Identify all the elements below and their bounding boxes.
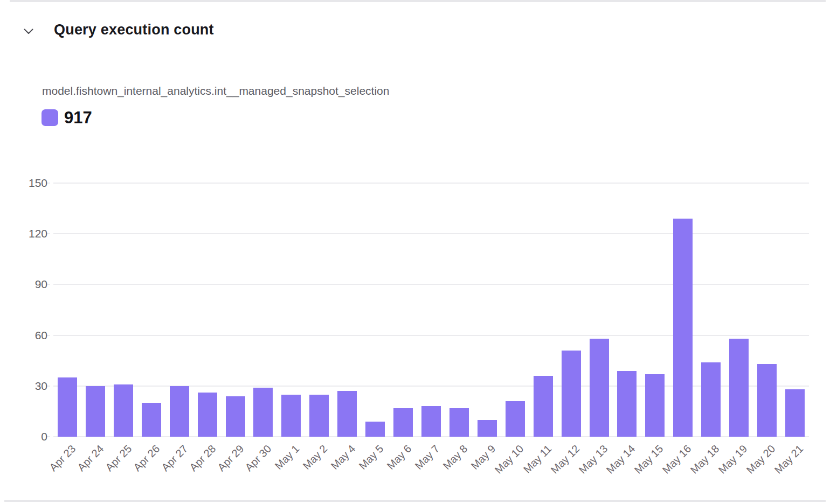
bar[interactable]	[729, 339, 749, 437]
bar[interactable]	[226, 396, 245, 437]
gridline	[53, 335, 809, 336]
y-axis-label: 0	[15, 430, 47, 444]
bar[interactable]	[114, 384, 133, 437]
y-axis-label: 60	[15, 328, 47, 342]
query-execution-count-panel: Query execution count model.fishtown_int…	[0, 0, 830, 504]
bar[interactable]	[534, 376, 553, 437]
bar[interactable]	[617, 371, 637, 437]
gridline	[53, 183, 809, 184]
y-axis-label: 90	[15, 277, 47, 291]
bar[interactable]	[785, 389, 805, 437]
gridline	[53, 284, 809, 285]
bar[interactable]	[253, 388, 273, 437]
bar[interactable]	[198, 393, 217, 437]
bar[interactable]	[58, 377, 77, 437]
bar[interactable]	[673, 219, 693, 437]
bar-chart: 0306090120150Apr 23Apr 24Apr 25Apr 26Apr…	[0, 0, 830, 504]
bar[interactable]	[170, 386, 189, 437]
bar[interactable]	[309, 395, 329, 437]
bar[interactable]	[562, 351, 581, 437]
gridline	[53, 386, 809, 387]
bar[interactable]	[421, 406, 441, 437]
bar[interactable]	[590, 339, 609, 437]
bar[interactable]	[393, 408, 413, 437]
bar[interactable]	[701, 362, 721, 437]
bar[interactable]	[337, 391, 357, 437]
y-axis-label: 30	[15, 379, 47, 393]
bar[interactable]	[281, 395, 301, 437]
y-axis-label: 120	[15, 227, 47, 241]
bar[interactable]	[757, 364, 777, 437]
y-axis-label: 150	[15, 176, 47, 190]
bar[interactable]	[478, 420, 497, 437]
bar[interactable]	[645, 374, 665, 437]
bar[interactable]	[86, 386, 105, 437]
bottom-divider	[4, 500, 826, 502]
gridline	[53, 233, 809, 234]
bar[interactable]	[506, 401, 525, 437]
bar[interactable]	[365, 422, 385, 437]
bar[interactable]	[449, 408, 469, 437]
bar[interactable]	[142, 403, 161, 437]
